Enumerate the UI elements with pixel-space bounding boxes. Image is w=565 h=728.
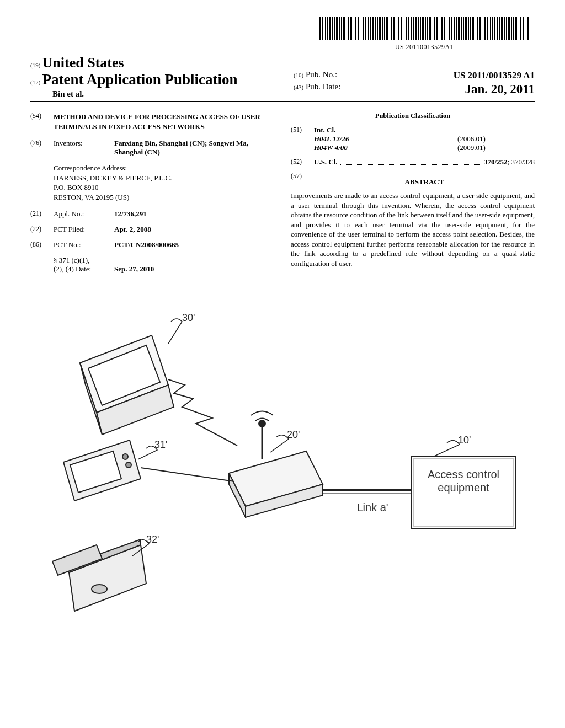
- pctfiled-label: PCT Filed:: [54, 225, 114, 234]
- intcl-row0-ver: (2006.01): [457, 135, 535, 143]
- label-link: Link a': [339, 501, 406, 514]
- svg-point-4: [259, 420, 265, 427]
- inventors-code: (76): [30, 139, 54, 157]
- uscl-code: (52): [291, 158, 314, 167]
- corr-line1: HARNESS, DICKEY & PIERCE, P.L.C.: [54, 173, 274, 183]
- abstract-heading: ABSTRACT: [314, 178, 535, 186]
- leader-10: [433, 441, 460, 457]
- document-header: (19) United States (12) Patent Applicati…: [30, 55, 535, 102]
- label-32: 32': [146, 534, 159, 545]
- zigzag-line: [168, 379, 237, 446]
- barcode-graphic: [319, 17, 529, 40]
- ref-19: (19): [30, 62, 40, 68]
- label-box: Access control equipment: [417, 468, 510, 494]
- applno-value: 12/736,291: [114, 210, 147, 218]
- ref-10: (10): [294, 72, 303, 78]
- patent-figure: 30' 31' 32' 20' 10' Link a' Access contr…: [30, 297, 535, 606]
- pctno-label: PCT No.:: [54, 240, 114, 249]
- intcl-label: Int. Cl.: [314, 126, 335, 134]
- laptop-icon: [80, 335, 174, 435]
- inventors-value: Fanxiang Bin, Shanghai (CN); Songwei Ma,…: [114, 139, 248, 156]
- corr-line2: P.O. BOX 8910: [54, 183, 274, 192]
- ref-12: (12): [30, 79, 40, 85]
- pctno-value: PCT/CN2008/000665: [114, 240, 179, 249]
- pub-class-heading: Publication Classification: [291, 112, 535, 120]
- label-31: 31': [154, 439, 167, 451]
- intcl-row1-cls: H04W 4/00: [314, 143, 348, 152]
- authors-line: Bin et al.: [30, 89, 284, 99]
- label-20: 20': [287, 429, 300, 441]
- barcode-number: US 20110013529A1: [319, 43, 529, 51]
- pub-no-label: Pub. No.:: [306, 70, 337, 79]
- label-10: 10': [458, 435, 471, 446]
- publication-type: Patent Application Publication: [42, 71, 238, 88]
- abstract-text: Improvements are made to an access contr…: [291, 191, 535, 268]
- svg-point-0: [122, 454, 128, 459]
- s371-label2: (2), (4) Date:: [54, 265, 91, 273]
- corr-line3: RESTON, VA 20195 (US): [54, 192, 274, 202]
- svg-point-2: [92, 585, 107, 593]
- pctfiled-value: Apr. 2, 2008: [114, 225, 151, 233]
- dotted-leader: [340, 159, 481, 165]
- uscl-label: U.S. Cl.: [314, 158, 338, 167]
- intcl-row0-cls: H04L 12/26: [314, 135, 349, 143]
- s371-value: Sep. 27, 2010: [114, 265, 154, 273]
- pub-date-label: Pub. Date:: [306, 82, 340, 91]
- invention-title: METHOD AND DEVICE FOR PROCESSING ACCESS …: [54, 112, 274, 131]
- barcode-block: US 20110013529A1: [30, 17, 535, 51]
- inventors-label: Inventors:: [54, 139, 114, 157]
- applno-code: (21): [30, 210, 54, 218]
- applno-label: Appl. No.:: [54, 210, 114, 218]
- phone-icon: [63, 440, 141, 501]
- title-code: (54): [30, 112, 54, 131]
- intcl-row1-ver: (2009.01): [457, 143, 535, 152]
- desktop-icon: [52, 539, 146, 611]
- connection-line: [141, 468, 234, 481]
- ref-43: (43): [294, 84, 303, 90]
- uscl-rest: ; 370/328: [508, 158, 535, 166]
- correspondence-address: Correspondence Address: HARNESS, DICKEY …: [54, 163, 274, 202]
- link-cable: [323, 490, 411, 493]
- svg-point-1: [126, 462, 131, 468]
- corr-label: Correspondence Address:: [54, 163, 274, 173]
- pctno-code: (86): [30, 240, 54, 249]
- gateway-icon: [229, 411, 323, 518]
- leader-20: [270, 435, 289, 452]
- intcl-code: (51): [291, 126, 314, 152]
- figure-svg: [30, 297, 532, 606]
- label-30: 30': [182, 312, 195, 324]
- s371-label1: § 371 (c)(1),: [54, 256, 89, 264]
- country: United States: [42, 55, 124, 71]
- publication-date: Jan. 20, 2011: [465, 82, 535, 97]
- publication-number: US 2011/0013529 A1: [454, 70, 535, 81]
- abstract-code: (57): [291, 172, 314, 191]
- pctfiled-code: (22): [30, 225, 54, 234]
- uscl-bold: 370/252: [484, 158, 508, 166]
- leader-30: [168, 319, 182, 344]
